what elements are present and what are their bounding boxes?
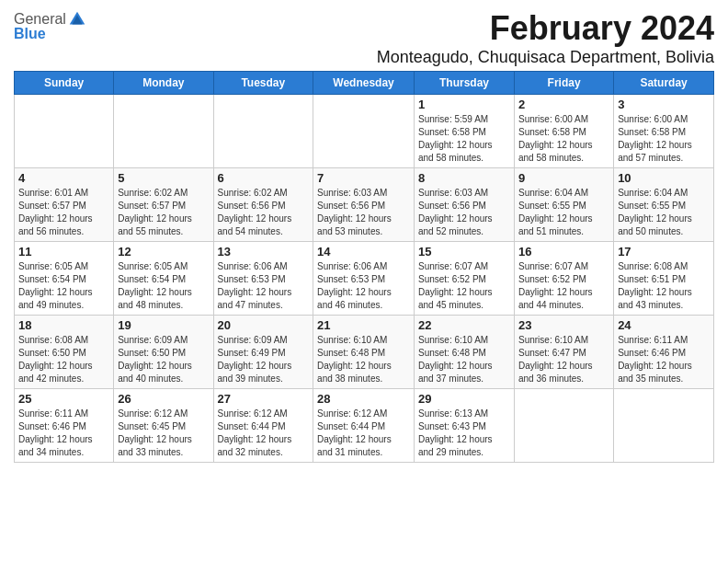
calendar-cell: 15Sunrise: 6:07 AM Sunset: 6:52 PM Dayli…	[414, 242, 514, 316]
calendar-cell	[114, 95, 213, 168]
day-info: Sunrise: 6:00 AM Sunset: 6:58 PM Dayligh…	[618, 113, 710, 165]
day-info: Sunrise: 6:02 AM Sunset: 6:56 PM Dayligh…	[218, 187, 310, 238]
day-number: 3	[618, 98, 710, 111]
day-number: 13	[218, 245, 310, 259]
day-info: Sunrise: 6:07 AM Sunset: 6:52 PM Dayligh…	[418, 260, 510, 312]
header-saturday: Saturday	[614, 72, 714, 95]
day-number: 14	[317, 245, 410, 259]
day-number: 15	[418, 245, 510, 259]
calendar-cell	[15, 95, 114, 168]
day-number: 12	[118, 245, 209, 259]
calendar-cell: 18Sunrise: 6:08 AM Sunset: 6:50 PM Dayli…	[15, 316, 114, 389]
calendar-cell: 23Sunrise: 6:10 AM Sunset: 6:47 PM Dayli…	[514, 316, 613, 389]
calendar-cell: 7Sunrise: 6:03 AM Sunset: 6:56 PM Daylig…	[313, 168, 415, 242]
day-number: 10	[618, 171, 710, 185]
header-tuesday: Tuesday	[213, 72, 313, 95]
calendar-cell	[614, 389, 714, 463]
day-info: Sunrise: 6:07 AM Sunset: 6:52 PM Dayligh…	[518, 260, 609, 312]
calendar-cell	[313, 95, 415, 168]
calendar-cell: 5Sunrise: 6:02 AM Sunset: 6:57 PM Daylig…	[114, 168, 213, 242]
day-info: Sunrise: 6:05 AM Sunset: 6:54 PM Dayligh…	[118, 260, 209, 312]
day-info: Sunrise: 6:11 AM Sunset: 6:46 PM Dayligh…	[18, 408, 109, 459]
calendar-cell	[213, 95, 313, 168]
main-title: February 2024	[377, 9, 714, 48]
day-info: Sunrise: 6:12 AM Sunset: 6:44 PM Dayligh…	[218, 408, 310, 459]
calendar-cell: 14Sunrise: 6:06 AM Sunset: 6:53 PM Dayli…	[313, 242, 415, 316]
calendar-cell: 26Sunrise: 6:12 AM Sunset: 6:45 PM Dayli…	[114, 389, 213, 463]
calendar-week-row: 18Sunrise: 6:08 AM Sunset: 6:50 PM Dayli…	[15, 316, 714, 389]
day-number: 5	[118, 171, 209, 185]
day-info: Sunrise: 6:03 AM Sunset: 6:56 PM Dayligh…	[418, 187, 510, 238]
calendar-cell: 11Sunrise: 6:05 AM Sunset: 6:54 PM Dayli…	[15, 242, 114, 316]
header-sunday: Sunday	[15, 72, 114, 95]
calendar-week-row: 11Sunrise: 6:05 AM Sunset: 6:54 PM Dayli…	[15, 242, 714, 316]
day-number: 23	[518, 318, 609, 332]
calendar-week-row: 25Sunrise: 6:11 AM Sunset: 6:46 PM Dayli…	[15, 389, 714, 463]
calendar-cell: 20Sunrise: 6:09 AM Sunset: 6:49 PM Dayli…	[213, 316, 313, 389]
day-info: Sunrise: 6:11 AM Sunset: 6:46 PM Dayligh…	[618, 334, 710, 385]
calendar-cell: 13Sunrise: 6:06 AM Sunset: 6:53 PM Dayli…	[213, 242, 313, 316]
day-number: 18	[18, 318, 109, 332]
calendar-cell: 25Sunrise: 6:11 AM Sunset: 6:46 PM Dayli…	[15, 389, 114, 463]
day-info: Sunrise: 5:59 AM Sunset: 6:58 PM Dayligh…	[418, 113, 510, 165]
day-info: Sunrise: 6:10 AM Sunset: 6:48 PM Dayligh…	[418, 334, 510, 385]
day-number: 25	[18, 392, 109, 406]
day-info: Sunrise: 6:08 AM Sunset: 6:50 PM Dayligh…	[18, 334, 109, 385]
calendar-cell: 8Sunrise: 6:03 AM Sunset: 6:56 PM Daylig…	[414, 168, 514, 242]
calendar-cell: 1Sunrise: 5:59 AM Sunset: 6:58 PM Daylig…	[414, 95, 514, 168]
day-info: Sunrise: 6:03 AM Sunset: 6:56 PM Dayligh…	[317, 187, 410, 238]
day-info: Sunrise: 6:10 AM Sunset: 6:48 PM Dayligh…	[317, 334, 410, 385]
day-number: 8	[418, 171, 510, 185]
header-friday: Friday	[514, 72, 613, 95]
day-number: 22	[418, 318, 510, 332]
day-number: 26	[118, 392, 209, 406]
calendar-header-row: Sunday Monday Tuesday Wednesday Thursday…	[15, 72, 714, 95]
day-number: 17	[618, 245, 710, 259]
header-thursday: Thursday	[414, 72, 514, 95]
calendar-cell: 21Sunrise: 6:10 AM Sunset: 6:48 PM Dayli…	[313, 316, 415, 389]
calendar-cell: 3Sunrise: 6:00 AM Sunset: 6:58 PM Daylig…	[614, 95, 714, 168]
day-number: 9	[518, 171, 609, 185]
calendar-cell: 10Sunrise: 6:04 AM Sunset: 6:55 PM Dayli…	[614, 168, 714, 242]
day-info: Sunrise: 6:09 AM Sunset: 6:49 PM Dayligh…	[218, 334, 310, 385]
day-number: 6	[218, 171, 310, 185]
day-info: Sunrise: 6:13 AM Sunset: 6:43 PM Dayligh…	[418, 408, 510, 459]
day-number: 29	[418, 392, 510, 406]
day-info: Sunrise: 6:08 AM Sunset: 6:51 PM Dayligh…	[618, 260, 710, 312]
day-number: 24	[618, 318, 710, 332]
title-section: February 2024 Monteagudo, Chuquisaca Dep…	[377, 9, 714, 67]
calendar-cell: 6Sunrise: 6:02 AM Sunset: 6:56 PM Daylig…	[213, 168, 313, 242]
day-info: Sunrise: 6:04 AM Sunset: 6:55 PM Dayligh…	[618, 187, 710, 238]
day-info: Sunrise: 6:01 AM Sunset: 6:57 PM Dayligh…	[18, 187, 109, 238]
logo: General Blue	[14, 9, 88, 42]
day-number: 16	[518, 245, 609, 259]
calendar-cell: 9Sunrise: 6:04 AM Sunset: 6:55 PM Daylig…	[514, 168, 613, 242]
calendar-week-row: 1Sunrise: 5:59 AM Sunset: 6:58 PM Daylig…	[15, 95, 714, 168]
logo-icon	[67, 9, 87, 29]
day-info: Sunrise: 6:04 AM Sunset: 6:55 PM Dayligh…	[518, 187, 609, 238]
calendar-week-row: 4Sunrise: 6:01 AM Sunset: 6:57 PM Daylig…	[15, 168, 714, 242]
day-info: Sunrise: 6:00 AM Sunset: 6:58 PM Dayligh…	[518, 113, 609, 165]
day-number: 4	[18, 171, 109, 185]
calendar-cell: 28Sunrise: 6:12 AM Sunset: 6:44 PM Dayli…	[313, 389, 415, 463]
day-info: Sunrise: 6:05 AM Sunset: 6:54 PM Dayligh…	[18, 260, 109, 312]
day-info: Sunrise: 6:10 AM Sunset: 6:47 PM Dayligh…	[518, 334, 609, 385]
day-number: 20	[218, 318, 310, 332]
subtitle: Monteagudo, Chuquisaca Department, Boliv…	[377, 48, 714, 67]
day-number: 1	[418, 98, 510, 111]
header-wednesday: Wednesday	[313, 72, 415, 95]
page-header: General Blue February 2024 Monteagudo, C…	[14, 9, 714, 71]
day-number: 7	[317, 171, 410, 185]
calendar-cell: 12Sunrise: 6:05 AM Sunset: 6:54 PM Dayli…	[114, 242, 213, 316]
header-monday: Monday	[114, 72, 213, 95]
calendar-table: Sunday Monday Tuesday Wednesday Thursday…	[14, 71, 714, 463]
day-info: Sunrise: 6:12 AM Sunset: 6:45 PM Dayligh…	[118, 408, 209, 459]
day-info: Sunrise: 6:06 AM Sunset: 6:53 PM Dayligh…	[218, 260, 310, 312]
calendar-cell: 2Sunrise: 6:00 AM Sunset: 6:58 PM Daylig…	[514, 95, 613, 168]
calendar-cell: 17Sunrise: 6:08 AM Sunset: 6:51 PM Dayli…	[614, 242, 714, 316]
calendar-cell	[514, 389, 613, 463]
calendar-cell: 29Sunrise: 6:13 AM Sunset: 6:43 PM Dayli…	[414, 389, 514, 463]
day-number: 21	[317, 318, 410, 332]
day-number: 28	[317, 392, 410, 406]
calendar-cell: 24Sunrise: 6:11 AM Sunset: 6:46 PM Dayli…	[614, 316, 714, 389]
